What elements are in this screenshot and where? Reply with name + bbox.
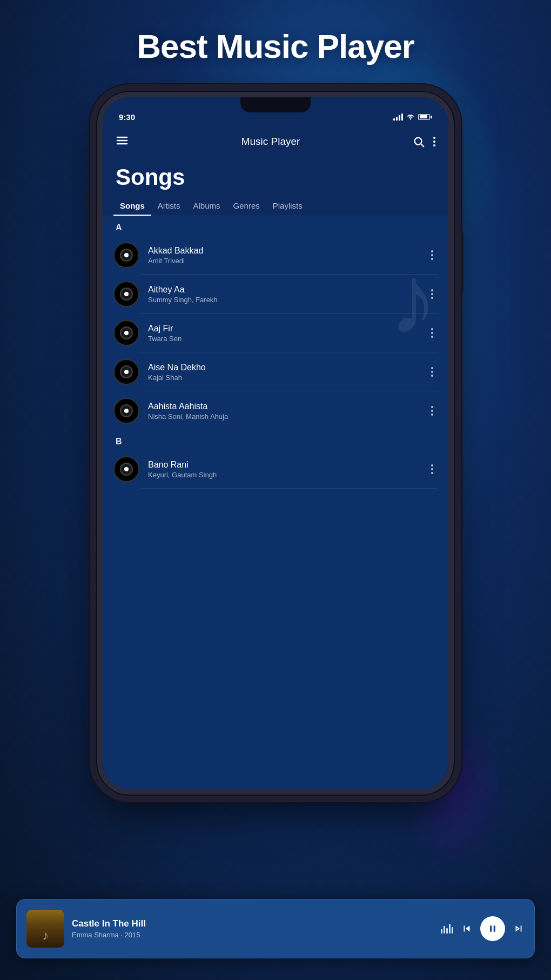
song-item[interactable]: Aaj Fir Twara Sen bbox=[103, 314, 448, 352]
phone-frame: 9:30 bbox=[97, 92, 454, 795]
previous-button[interactable] bbox=[461, 923, 473, 935]
tab-artists[interactable]: Artists bbox=[151, 196, 187, 216]
side-button-silent bbox=[88, 189, 91, 216]
tab-playlists[interactable]: Playlists bbox=[266, 196, 309, 216]
section-header-a: A bbox=[103, 216, 448, 236]
songs-heading-text: Songs bbox=[116, 164, 185, 190]
disc-icon bbox=[113, 242, 139, 268]
more-options-icon[interactable] bbox=[433, 137, 435, 146]
now-playing-thumbnail bbox=[26, 910, 64, 948]
player-controls bbox=[441, 916, 525, 941]
album-art bbox=[26, 910, 64, 948]
song-info: Aithey Aa Summy Singh, Farekh bbox=[148, 285, 418, 304]
song-item[interactable]: Bano Rani Keyuri, Gautam Singh bbox=[103, 450, 448, 489]
tab-genres[interactable]: Genres bbox=[227, 196, 266, 216]
tab-albums[interactable]: Albums bbox=[187, 196, 227, 216]
search-icon[interactable] bbox=[413, 136, 425, 148]
song-title: Aahista Aahista bbox=[148, 402, 418, 411]
disc-icon bbox=[113, 320, 139, 346]
song-info: Aise Na Dekho Kajal Shah bbox=[148, 363, 418, 382]
song-more-icon[interactable] bbox=[427, 365, 438, 379]
status-icons bbox=[393, 113, 432, 121]
song-info: Akkad Bakkad Amit Trivedi bbox=[148, 246, 418, 265]
wifi-icon bbox=[406, 113, 415, 121]
now-playing-artist: Emma Sharma · 2015 bbox=[72, 931, 433, 939]
next-button[interactable] bbox=[513, 923, 525, 935]
song-artist: Summy Singh, Farekh bbox=[148, 296, 418, 304]
song-artist: Nisha Soni, Manish Ahuja bbox=[148, 412, 418, 421]
song-title: Bano Rani bbox=[148, 460, 418, 470]
side-button-vol-up bbox=[88, 227, 91, 270]
disc-icon bbox=[113, 398, 139, 424]
tab-songs[interactable]: Songs bbox=[113, 196, 151, 216]
app-bar: Music Player bbox=[103, 130, 448, 154]
hamburger-icon[interactable] bbox=[116, 134, 129, 149]
song-info: Aahista Aahista Nisha Soni, Manish Ahuja bbox=[148, 402, 418, 421]
song-more-icon[interactable] bbox=[427, 326, 438, 340]
side-button-power bbox=[460, 232, 463, 292]
section-header-b: B bbox=[103, 430, 448, 450]
battery-icon bbox=[418, 114, 432, 120]
svg-rect-6 bbox=[494, 925, 495, 932]
song-more-icon[interactable] bbox=[427, 287, 438, 301]
song-artist: Twara Sen bbox=[148, 335, 418, 343]
song-list: ♪ A Akkad Bakkad Amit Trivedi bbox=[103, 216, 448, 789]
song-info: Aaj Fir Twara Sen bbox=[148, 324, 418, 343]
song-info: Bano Rani Keyuri, Gautam Singh bbox=[148, 460, 418, 479]
play-pause-button[interactable] bbox=[480, 916, 505, 941]
song-item[interactable]: Aahista Aahista Nisha Soni, Manish Ahuja bbox=[103, 391, 448, 430]
phone-wrapper: 9:30 bbox=[97, 92, 454, 795]
page-title: Best Music Player bbox=[0, 27, 551, 65]
status-time: 9:30 bbox=[119, 112, 135, 122]
notch bbox=[240, 97, 311, 112]
app-bar-actions bbox=[413, 136, 435, 148]
now-playing-info: Castle In The Hill Emma Sharma · 2015 bbox=[72, 918, 433, 939]
song-artist: Kajal Shah bbox=[148, 374, 418, 382]
svg-rect-5 bbox=[490, 925, 492, 932]
phone-screen: 9:30 bbox=[103, 97, 448, 789]
disc-icon bbox=[113, 456, 139, 482]
svg-line-4 bbox=[421, 144, 424, 146]
song-item[interactable]: Aithey Aa Summy Singh, Farekh bbox=[103, 275, 448, 314]
disc-icon bbox=[113, 359, 139, 385]
now-playing-title: Castle In The Hill bbox=[72, 918, 433, 929]
song-title: Akkad Bakkad bbox=[148, 246, 418, 256]
signal-icon bbox=[393, 113, 403, 121]
song-more-icon[interactable] bbox=[427, 462, 438, 476]
tabs-row: Songs Artists Albums Genres Playlists bbox=[103, 196, 448, 216]
song-title: Aaj Fir bbox=[148, 324, 418, 334]
now-playing-bar: Castle In The Hill Emma Sharma · 2015 bbox=[16, 899, 535, 958]
equalizer-icon bbox=[441, 924, 453, 934]
song-more-icon[interactable] bbox=[427, 248, 438, 262]
disc-icon bbox=[113, 281, 139, 307]
song-title: Aise Na Dekho bbox=[148, 363, 418, 372]
app-bar-title: Music Player bbox=[241, 136, 300, 148]
side-button-vol-down bbox=[88, 280, 91, 323]
song-artist: Amit Trivedi bbox=[148, 257, 418, 265]
song-title: Aithey Aa bbox=[148, 285, 418, 295]
song-artist: Keyuri, Gautam Singh bbox=[148, 471, 418, 479]
songs-heading: Songs bbox=[103, 154, 448, 196]
song-item[interactable]: Aise Na Dekho Kajal Shah bbox=[103, 352, 448, 391]
song-more-icon[interactable] bbox=[427, 404, 438, 418]
song-item[interactable]: Akkad Bakkad Amit Trivedi bbox=[103, 236, 448, 275]
